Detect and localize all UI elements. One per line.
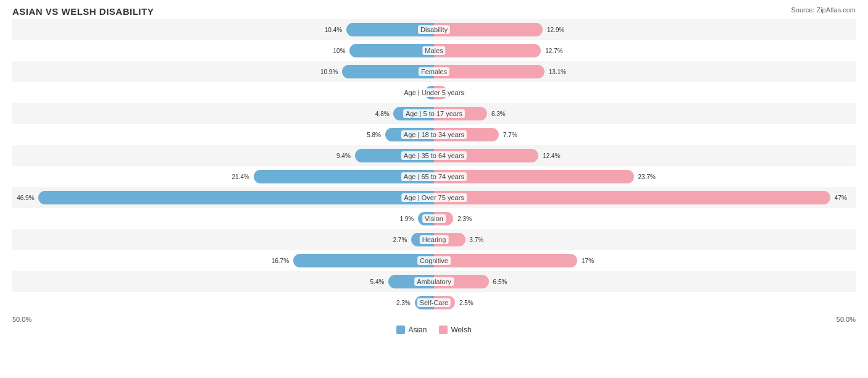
chart-row: Self-Care2.3%2.5%: [12, 292, 856, 313]
value-welsh: 2.3%: [457, 216, 472, 222]
value-welsh: 7.7%: [503, 132, 517, 138]
value-welsh: 12.4%: [543, 153, 560, 159]
chart-row: Age | Over 75 years46.9%47%: [12, 187, 856, 208]
value-asian: 10%: [333, 48, 346, 54]
bar-welsh: [434, 23, 543, 36]
chart-row: Age | Under 5 years1.1%1.6%: [12, 82, 856, 103]
value-welsh: 12.7%: [545, 48, 562, 54]
chart-row: Age | 65 to 74 years21.4%23.7%: [12, 166, 856, 187]
value-asian: 5.4%: [370, 279, 385, 285]
bar-center-label: Age | Under 5 years: [401, 88, 467, 97]
value-asian: 10.9%: [320, 69, 338, 75]
bar-center-label: Hearing: [420, 235, 449, 244]
bar-asian: [349, 44, 434, 57]
bar-center-label: Cognitive: [417, 256, 451, 265]
value-welsh: 47%: [835, 195, 847, 201]
bar-asian: [38, 191, 434, 204]
legend-welsh-box: [439, 326, 448, 334]
value-asian: 46.9%: [17, 195, 34, 201]
chart-row: Males10%12.7%: [12, 40, 856, 61]
bottom-labels: 50.0% 50.0%: [12, 316, 856, 323]
chart-row: Females10.9%13.1%: [12, 61, 856, 82]
value-welsh: 23.7%: [638, 174, 656, 180]
value-asian: 10.4%: [325, 27, 342, 33]
chart-row: Age | 18 to 34 years5.8%7.7%: [12, 124, 856, 145]
chart-row: Disability10.4%12.9%: [12, 19, 856, 40]
value-asian: 16.7%: [272, 258, 289, 264]
value-asian: 2.7%: [393, 237, 407, 243]
legend-asian-label: Asian: [408, 326, 427, 334]
chart-row: Age | 5 to 17 years4.8%6.3%: [12, 103, 856, 124]
chart-row: Hearing2.7%3.7%: [12, 229, 856, 250]
value-welsh: 6.3%: [491, 111, 506, 117]
bar-center-label: Vision: [422, 214, 446, 223]
value-asian: 1.9%: [399, 216, 414, 222]
bar-welsh: [434, 254, 577, 267]
bar-center-label: Age | 5 to 17 years: [403, 109, 465, 118]
legend-asian: Asian: [396, 326, 427, 334]
bottom-right-label: 50.0%: [837, 316, 856, 323]
chart-title: ASIAN VS WELSH DISABILITY: [12, 6, 856, 17]
chart-row: Ambulatory5.4%6.5%: [12, 271, 856, 292]
value-welsh: 2.5%: [459, 300, 474, 306]
value-welsh: 17%: [582, 258, 594, 264]
bar-asian: [293, 254, 434, 267]
bar-center-label: Self-Care: [417, 298, 451, 307]
value-asian: 5.8%: [367, 132, 381, 138]
legend: Asian Welsh: [12, 326, 856, 334]
value-asian: 21.4%: [232, 174, 249, 180]
bar-center-label: Males: [422, 46, 445, 55]
value-welsh: 12.9%: [547, 27, 564, 33]
bar-center-label: Disability: [418, 25, 450, 34]
bar-welsh: [434, 44, 541, 57]
chart-row: Cognitive16.7%17%: [12, 250, 856, 271]
chart-container: ASIAN VS WELSH DISABILITY Source: ZipAtl…: [0, 0, 868, 378]
chart-row: Vision1.9%2.3%: [12, 208, 856, 229]
bar-welsh: [434, 65, 545, 78]
source-label: Source: ZipAtlas.com: [791, 6, 856, 14]
value-welsh: 13.1%: [549, 69, 566, 75]
chart-area: Disability10.4%12.9%Males10%12.7%Females…: [12, 19, 856, 313]
value-welsh: 3.7%: [469, 237, 483, 243]
bar-center-label: Age | 35 to 64 years: [401, 151, 467, 160]
bar-center-label: Age | Over 75 years: [401, 193, 467, 202]
legend-asian-box: [396, 326, 405, 334]
value-asian: 9.4%: [336, 153, 351, 159]
bar-center-label: Ambulatory: [414, 277, 454, 286]
bottom-left-label: 50.0%: [12, 316, 31, 323]
value-welsh: 6.5%: [493, 279, 507, 285]
bar-welsh: [434, 191, 830, 204]
legend-welsh-label: Welsh: [451, 326, 471, 334]
legend-welsh: Welsh: [439, 326, 471, 334]
bar-center-label: Age | 18 to 34 years: [401, 130, 467, 139]
value-asian: 4.8%: [375, 111, 390, 117]
bar-center-label: Age | 65 to 74 years: [401, 172, 467, 181]
chart-row: Age | 35 to 64 years9.4%12.4%: [12, 145, 856, 166]
value-asian: 2.3%: [396, 300, 411, 306]
bar-center-label: Females: [419, 67, 449, 76]
